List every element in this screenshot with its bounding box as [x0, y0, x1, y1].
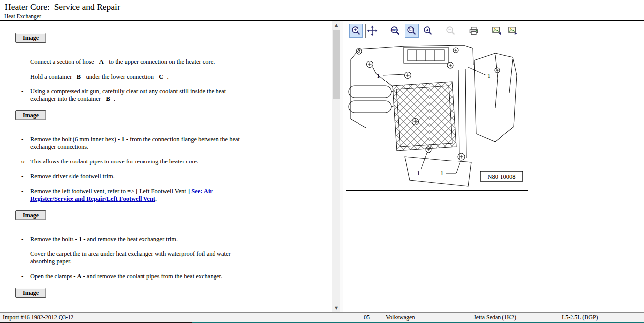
- item-list: -Connect a section of hose - A - to the …: [0, 58, 332, 103]
- list-item: -Connect a section of hose - A - to the …: [0, 58, 332, 66]
- print-button[interactable]: [467, 24, 481, 38]
- image-button[interactable]: Image: [15, 288, 46, 298]
- vertical-scrollbar[interactable]: ▲ ▼: [332, 21, 340, 312]
- content-section: Image -Remove the bolt (6 mm inner hex) …: [0, 110, 332, 203]
- scrollbar-thumb[interactable]: [333, 30, 340, 99]
- list-marker: -: [21, 88, 30, 103]
- main-area: Image -Connect a section of hose - A - t…: [0, 21, 644, 312]
- zoom-out-button: [444, 24, 458, 38]
- content-sections: Image -Connect a section of hose - A - t…: [0, 21, 332, 298]
- scroll-down-arrow-icon[interactable]: ▼: [332, 304, 340, 312]
- list-marker: -: [21, 173, 30, 180]
- content-section: Image: [0, 288, 332, 298]
- list-item: -Open the clamps - A - and remove the co…: [0, 273, 332, 280]
- status-engine: L5-2.5L (BGP): [559, 313, 644, 322]
- list-item-text: Open the clamps - A - and remove the coo…: [30, 273, 251, 280]
- next-image-icon: [507, 25, 518, 36]
- list-item-text: Using a compressed air gun, carefully cl…: [30, 88, 251, 103]
- image-button[interactable]: Image: [15, 33, 46, 43]
- status-code: 05: [361, 313, 383, 322]
- status-bar: Import #46 1982-2012 Q3-12 05 Volkswagen…: [0, 312, 644, 322]
- callout-1a: 1: [377, 72, 380, 79]
- list-item-text: Remove the bolt (6 mm inner hex) - 1 - f…: [30, 136, 251, 151]
- list-item: -Cover the carpet the in area under heat…: [0, 250, 332, 265]
- figure-id-box: N80-10008: [480, 171, 523, 181]
- next-image-button[interactable]: [506, 24, 520, 38]
- app-window: Heater Core: Service and Repair Heat Exc…: [0, 0, 644, 323]
- list-item: oThis allows the coolant pipes to move f…: [0, 158, 332, 165]
- zoom-in-icon: [351, 25, 361, 36]
- list-marker: -: [21, 236, 30, 243]
- callout-1d: 1: [440, 169, 444, 177]
- list-marker: -: [21, 58, 30, 66]
- list-item-text: This allows the coolant pipes to move fo…: [30, 158, 251, 165]
- list-marker: -: [21, 188, 30, 203]
- zoom-100-icon: 100%: [390, 25, 401, 36]
- document-header: Heater Core: Service and Repair Heat Exc…: [0, 0, 644, 21]
- content-section: Image -Remove the bolts - 1 - and remove…: [0, 210, 332, 280]
- list-marker: o: [21, 158, 30, 165]
- page-subtitle: Heat Exchanger: [4, 13, 41, 19]
- status-make: Volkswagen: [383, 313, 471, 322]
- item-list: -Remove the bolts - 1 - and remove the h…: [0, 236, 332, 280]
- list-item-text: Connect a section of hose - A - to the u…: [30, 58, 251, 66]
- zoom-out-icon: [445, 25, 456, 36]
- zoom-in-button[interactable]: [349, 24, 363, 38]
- zoom-100-button[interactable]: 100%: [388, 24, 402, 38]
- figure-image[interactable]: 1 1 1 1 N80-10008: [346, 43, 528, 190]
- list-marker: -: [21, 73, 30, 81]
- procedure-viewport: Image -Connect a section of hose - A - t…: [0, 21, 332, 304]
- figure-id-label: N80-10008: [488, 173, 516, 180]
- zoom-dynamic-button[interactable]: [421, 24, 435, 38]
- heat-exchanger-drawing: [349, 45, 517, 186]
- image-button[interactable]: Image: [15, 110, 46, 120]
- list-item: -Hold a container - B - under the lower …: [0, 73, 332, 81]
- print-icon: [468, 25, 479, 36]
- scroll-up-arrow-icon[interactable]: ▲: [332, 21, 340, 29]
- page-title: Heater Core: Service and Repair: [5, 2, 120, 12]
- list-item-text: Remove driver side footwell trim.: [30, 173, 251, 180]
- zoom-window-button[interactable]: [405, 24, 419, 38]
- list-item: -Remove the bolt (6 mm inner hex) - 1 - …: [0, 136, 332, 151]
- status-import-info: Import #46 1982-2012 Q3-12: [0, 313, 361, 322]
- callout-1c: 1: [417, 169, 420, 177]
- prev-image-icon: [491, 25, 502, 36]
- list-item: -Remove driver side footwell trim.: [0, 173, 332, 180]
- figure-frame: 1 1 1 1 N80-10008: [346, 43, 528, 191]
- list-marker: -: [21, 273, 30, 280]
- list-item: -Remove the left footwell vent, refer to…: [0, 188, 332, 203]
- pan-icon: [367, 25, 378, 36]
- zoom-window-icon: [406, 25, 417, 36]
- image-button[interactable]: Image: [15, 210, 46, 220]
- status-model: Jetta Sedan (1K2): [471, 313, 559, 322]
- pan-button[interactable]: [365, 24, 379, 38]
- list-item-text: Remove the left footwell vent, refer to …: [30, 188, 251, 203]
- list-item-text: Cover the carpet the in area under heat …: [30, 250, 251, 265]
- list-item: -Remove the bolts - 1 - and remove the h…: [0, 236, 332, 243]
- list-marker: -: [21, 136, 30, 151]
- content-section: Image -Connect a section of hose - A - t…: [0, 33, 332, 103]
- zoom-dynamic-icon: [423, 25, 433, 36]
- figure-pane: 100%: [343, 21, 644, 312]
- procedure-pane: Image -Connect a section of hose - A - t…: [0, 21, 340, 312]
- prev-image-button[interactable]: [490, 24, 503, 38]
- list-marker: -: [21, 250, 30, 265]
- svg-text:100%: 100%: [390, 28, 398, 31]
- list-item: -Using a compressed air gun, carefully c…: [0, 88, 332, 103]
- item-list: -Remove the bolt (6 mm inner hex) - 1 - …: [0, 136, 332, 203]
- figure-toolbar: 100%: [343, 21, 644, 40]
- list-item-text: Remove the bolts - 1 - and remove the he…: [30, 236, 251, 243]
- callout-1b: 1: [487, 72, 491, 79]
- list-item-text: Hold a container - B - under the lower c…: [30, 73, 251, 81]
